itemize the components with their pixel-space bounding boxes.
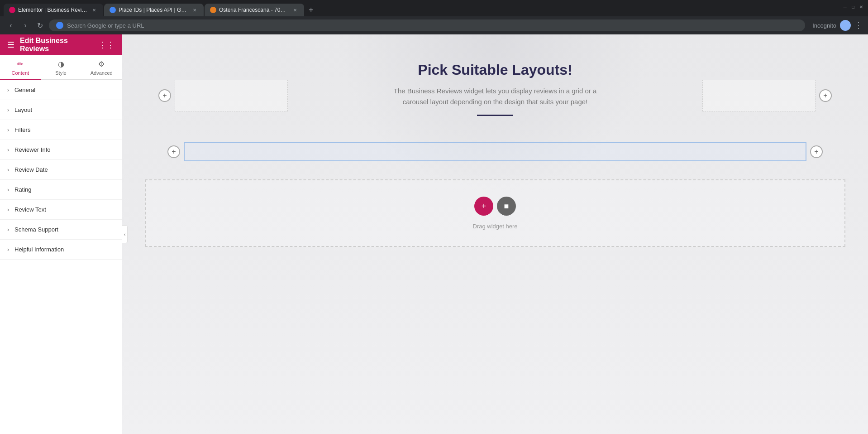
advanced-tab-label: Advanced — [91, 70, 113, 76]
address-text: Search Google or type a URL — [67, 22, 144, 29]
new-tab-button[interactable]: + — [305, 5, 317, 15]
add-section-button[interactable]: + — [474, 197, 493, 216]
osteria-favicon — [210, 7, 216, 13]
section-reviewer-label: Reviewer Info — [14, 146, 50, 153]
content-tab-icon: ✏ — [17, 60, 23, 68]
tab-places[interactable]: Place IDs | Places API | Google... ✕ — [104, 4, 204, 16]
panel-header: ☰ Edit Business Reviews ⋮⋮ — [0, 34, 122, 55]
section-filters-label: Filters — [14, 126, 30, 133]
chevron-general-icon: › — [7, 87, 9, 93]
section-helpful-label: Helpful Information — [14, 246, 64, 253]
tab-content[interactable]: ✏ Content — [0, 55, 41, 80]
forward-button[interactable]: › — [20, 21, 31, 29]
section-review-text-label: Review Text — [14, 206, 46, 213]
section-general[interactable]: › General — [0, 80, 122, 100]
close-window-button[interactable]: ✕ — [858, 4, 864, 10]
panel-collapse-handle[interactable]: ‹ — [122, 225, 128, 243]
section-review-date[interactable]: › Review Date — [0, 160, 122, 180]
elementor-favicon — [9, 7, 15, 13]
content-tab-label: Content — [12, 70, 29, 76]
tab-places-title: Place IDs | Places API | Google... — [119, 7, 188, 13]
google-icon — [56, 22, 63, 29]
chevron-schema-icon: › — [7, 227, 9, 233]
section-review-text[interactable]: › Review Text — [0, 200, 122, 220]
section-layout-label: Layout — [14, 106, 32, 113]
section-filters[interactable]: › Filters — [0, 120, 122, 140]
section-schema-label: Schema Support — [14, 226, 58, 233]
chevron-rating-icon: › — [7, 187, 9, 193]
section-rating[interactable]: › Rating — [0, 180, 122, 200]
tab-advanced[interactable]: ⚙ Advanced — [81, 55, 122, 79]
section-rating-label: Rating — [14, 186, 32, 193]
places-favicon — [110, 7, 116, 13]
grid-menu-icon[interactable]: ⋮⋮ — [98, 40, 114, 50]
section-review-date-label: Review Date — [14, 166, 48, 173]
widget-title: Pick Suitable Layouts! — [383, 62, 607, 78]
chevron-helpful-icon: › — [7, 246, 9, 253]
back-button[interactable]: ‹ — [5, 21, 16, 29]
col-placeholder-left — [175, 80, 288, 111]
left-panel: ☰ Edit Business Reviews ⋮⋮ ✏ Content ◑ S… — [0, 34, 122, 434]
selected-widget-placeholder — [184, 142, 806, 161]
chevron-review-text-icon: › — [7, 207, 9, 213]
add-col-right-button[interactable]: + — [819, 89, 832, 102]
minimize-button[interactable]: ─ — [842, 4, 848, 10]
panel-tabs: ✏ Content ◑ Style ⚙ Advanced — [0, 55, 122, 80]
maximize-button[interactable]: □ — [850, 4, 856, 10]
refresh-button[interactable]: ↻ — [34, 21, 45, 30]
tab-close-osteria[interactable]: ✕ — [291, 6, 299, 14]
col-placeholder-right — [702, 80, 816, 111]
section-schema-support[interactable]: › Schema Support — [0, 220, 122, 240]
chevron-layout-icon: › — [7, 107, 9, 113]
tab-osteria-title: Osteria Francescana - 705 Photo... — [219, 7, 289, 13]
menu-dots-icon[interactable]: ⋮ — [854, 20, 863, 30]
tab-elementor-title: Elementor | Business Reviews — [18, 7, 88, 13]
section-layout[interactable]: › Layout — [0, 100, 122, 120]
tab-close-elementor[interactable]: ✕ — [91, 6, 98, 14]
panel-sections: › General › Layout › Filters › Reviewer … — [0, 80, 122, 434]
chevron-review-date-icon: › — [7, 167, 9, 173]
address-input[interactable]: Search Google or type a URL — [49, 19, 805, 31]
incognito-area: Incognito ⋮ — [812, 20, 863, 31]
widget-description: The Business Reviews widget lets you dis… — [383, 86, 607, 107]
fab-group: + ■ — [474, 197, 516, 216]
section-general-label: General — [14, 87, 35, 93]
style-tab-label: Style — [55, 70, 66, 76]
add-row-right-button[interactable]: + — [810, 145, 823, 158]
chevron-reviewer-icon: › — [7, 147, 9, 153]
style-tab-icon: ◑ — [58, 60, 64, 68]
tab-close-places[interactable]: ✕ — [191, 6, 198, 14]
widget-divider — [477, 115, 513, 116]
incognito-label: Incognito — [812, 22, 836, 29]
profile-icon[interactable] — [840, 20, 851, 31]
tab-style[interactable]: ◑ Style — [41, 55, 81, 79]
tab-elementor[interactable]: Elementor | Business Reviews ✕ — [4, 4, 103, 16]
drag-widget-area: + ■ Drag widget here — [145, 179, 845, 247]
hamburger-menu-icon[interactable]: ☰ — [7, 40, 14, 50]
panel-title: Edit Business Reviews — [20, 37, 93, 53]
add-col-left-button[interactable]: + — [158, 89, 171, 102]
section-helpful-info[interactable]: › Helpful Information — [0, 240, 122, 260]
section-reviewer-info[interactable]: › Reviewer Info — [0, 140, 122, 160]
advanced-tab-icon: ⚙ — [98, 60, 105, 68]
drag-hint-text: Drag widget here — [473, 223, 518, 230]
content-area: + Pick Suitable Layouts! The Business Re… — [122, 34, 868, 434]
tab-osteria[interactable]: Osteria Francescana - 705 Photo... ✕ — [205, 4, 304, 16]
add-row-left-button[interactable]: + — [167, 145, 180, 158]
chevron-filters-icon: › — [7, 127, 9, 133]
section-options-button[interactable]: ■ — [497, 197, 516, 216]
address-bar: ‹ › ↻ Search Google or type a URL Incogn… — [0, 16, 868, 34]
